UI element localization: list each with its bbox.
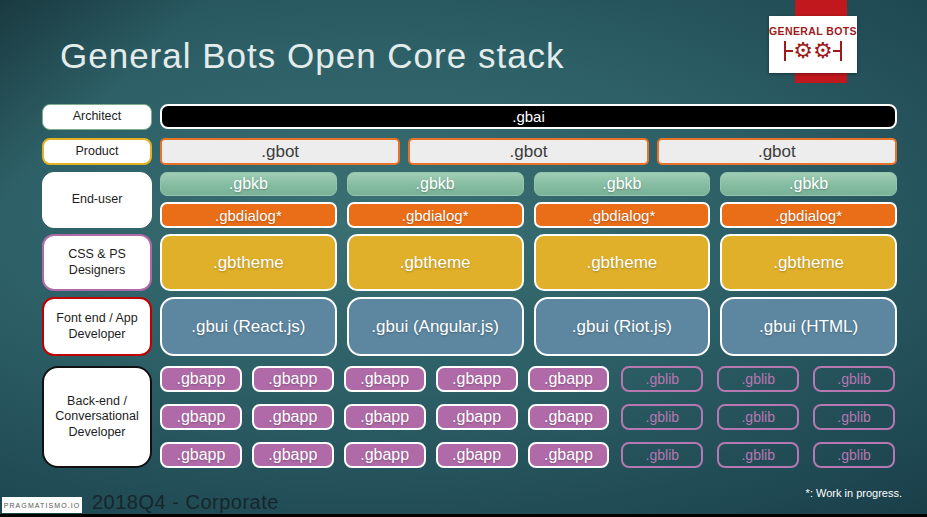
slide-footer-label: 2018Q4 - Corporate bbox=[92, 491, 279, 514]
box-gbui-riot: .gbui (Riot.js) bbox=[534, 297, 711, 356]
box-gbapp: .gbapp bbox=[528, 366, 610, 392]
box-gblib: .gblib bbox=[813, 404, 895, 430]
box-gbkb: .gbkb bbox=[160, 172, 337, 196]
row-gbapp-1: .gbapp .gbapp .gbapp .gbapp .gbapp .gbli… bbox=[160, 366, 897, 392]
label-product: Product bbox=[42, 138, 152, 165]
page-title: General Bots Open Core stack bbox=[60, 36, 565, 76]
box-gbot: .gbot bbox=[657, 138, 897, 165]
box-gbapp: .gbapp bbox=[436, 442, 518, 468]
box-gbdialog: .gbdialog* bbox=[534, 202, 711, 228]
box-gbai: .gbai bbox=[160, 104, 897, 129]
box-gbapp: .gbapp bbox=[252, 442, 334, 468]
box-gbui-html: .gbui (HTML) bbox=[720, 297, 897, 356]
row-gbot: .gbot .gbot .gbot bbox=[160, 138, 897, 165]
box-gbapp: .gbapp bbox=[252, 404, 334, 430]
box-gblib: .gblib bbox=[717, 366, 799, 392]
general-bots-logo: GENERAL BOTS ⚙⚙ bbox=[769, 16, 857, 73]
box-gblib: .gblib bbox=[621, 442, 703, 468]
box-gbui-angular: .gbui (Angular.js) bbox=[347, 297, 524, 356]
label-css-ps-designers: CSS & PS Designers bbox=[42, 234, 152, 291]
label-frontend-developer: Font end / App Developer bbox=[42, 297, 152, 356]
box-gblib: .gblib bbox=[813, 442, 895, 468]
label-architect: Architect bbox=[42, 104, 152, 130]
gears-icon: ⚙⚙ bbox=[784, 38, 841, 64]
box-gbapp: .gbapp bbox=[344, 404, 426, 430]
box-gbapp: .gbapp bbox=[344, 366, 426, 392]
pragmatismo-logo: PRAGMATISMO.IO bbox=[2, 497, 82, 513]
box-gblib: .gblib bbox=[717, 442, 799, 468]
box-gbapp: .gbapp bbox=[160, 442, 242, 468]
box-gbtheme: .gbtheme bbox=[534, 234, 711, 291]
box-gbapp: .gbapp bbox=[344, 442, 426, 468]
box-gbapp: .gbapp bbox=[436, 404, 518, 430]
row-gbdialog: .gbdialog* .gbdialog* .gbdialog* .gbdial… bbox=[160, 202, 897, 228]
box-gblib: .gblib bbox=[813, 366, 895, 392]
label-end-user: End-user bbox=[42, 172, 152, 228]
box-gbapp: .gbapp bbox=[528, 442, 610, 468]
row-gbapp-3: .gbapp .gbapp .gbapp .gbapp .gbapp .gbli… bbox=[160, 442, 897, 468]
row-gbtheme: .gbtheme .gbtheme .gbtheme .gbtheme bbox=[160, 234, 897, 291]
box-gbdialog: .gbdialog* bbox=[720, 202, 897, 228]
box-gbtheme: .gbtheme bbox=[720, 234, 897, 291]
box-gbapp: .gbapp bbox=[436, 366, 518, 392]
box-gbapp: .gbapp bbox=[160, 366, 242, 392]
box-gbdialog: .gbdialog* bbox=[347, 202, 524, 228]
box-gbtheme: .gbtheme bbox=[347, 234, 524, 291]
row-gbkb: .gbkb .gbkb .gbkb .gbkb bbox=[160, 172, 897, 196]
box-gblib: .gblib bbox=[621, 404, 703, 430]
box-gbot: .gbot bbox=[160, 138, 400, 165]
logo-brand-text: GENERAL BOTS bbox=[769, 25, 857, 37]
box-gbui-react: .gbui (React.js) bbox=[160, 297, 337, 356]
box-gbapp: .gbapp bbox=[252, 366, 334, 392]
slide: General Bots Open Core stack GENERAL BOT… bbox=[0, 0, 927, 517]
row-gbai: .gbai bbox=[160, 104, 897, 129]
box-gbapp: .gbapp bbox=[528, 404, 610, 430]
box-gbot: .gbot bbox=[408, 138, 648, 165]
box-gblib: .gblib bbox=[621, 366, 703, 392]
box-gbtheme: .gbtheme bbox=[160, 234, 337, 291]
box-gblib: .gblib bbox=[717, 404, 799, 430]
label-backend-developer: Back-end / Conversational Developer bbox=[42, 366, 152, 468]
box-gbapp: .gbapp bbox=[160, 404, 242, 430]
work-in-progress-note: *: Work in progress. bbox=[806, 487, 902, 499]
box-gbkb: .gbkb bbox=[534, 172, 711, 196]
box-gbkb: .gbkb bbox=[347, 172, 524, 196]
box-gbkb: .gbkb bbox=[720, 172, 897, 196]
row-gbapp-2: .gbapp .gbapp .gbapp .gbapp .gbapp .gbli… bbox=[160, 404, 897, 430]
row-gbui: .gbui (React.js) .gbui (Angular.js) .gbu… bbox=[160, 297, 897, 356]
box-gbdialog: .gbdialog* bbox=[160, 202, 337, 228]
